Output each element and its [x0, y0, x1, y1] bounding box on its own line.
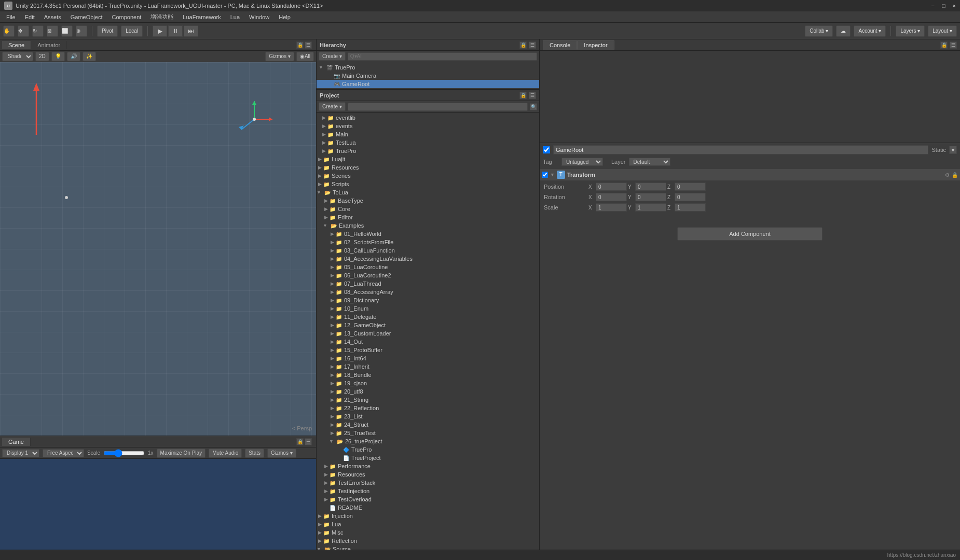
project-item-18bundle[interactable]: ▶ 📁 18_Bundle: [317, 371, 539, 379]
project-item-10enum[interactable]: ▶ 📁 10_Enum: [317, 304, 539, 313]
hand-tool[interactable]: ✋: [3, 25, 15, 37]
tab-console[interactable]: Console: [543, 40, 577, 50]
collab-button[interactable]: Collab ▾: [805, 25, 833, 37]
project-item-eventlib[interactable]: ▶ 📁 eventlib: [317, 114, 539, 122]
project-item-resources[interactable]: ▶ 📁 Resources: [317, 163, 539, 172]
project-item-23list[interactable]: ▶ 📁 23_List: [317, 412, 539, 421]
tab-game[interactable]: Game: [2, 438, 31, 446]
minimize-button[interactable]: −: [931, 3, 934, 9]
scale-y-input[interactable]: [635, 203, 666, 212]
scene-viewport[interactable]: < Persp: [0, 62, 316, 436]
transform-tool[interactable]: ⊕: [76, 25, 87, 37]
project-item-16int64[interactable]: ▶ 📁 16_Int64: [317, 354, 539, 362]
transform-enable-checkbox[interactable]: [542, 172, 548, 178]
project-item-19cjson[interactable]: ▶ 📁 19_cjson: [317, 379, 539, 387]
project-item-resources2[interactable]: ▶ 📁 Resources: [317, 470, 539, 479]
transform-lock-icon[interactable]: 🔒: [952, 172, 958, 178]
project-item-24struct[interactable]: ▶ 📁 24_Struct: [317, 421, 539, 429]
project-item-07luathread[interactable]: ▶ 📁 07_LuaThread: [317, 279, 539, 288]
hierarchy-item-gameroot[interactable]: 🎮 GameRoot: [317, 80, 539, 88]
tab-scene[interactable]: Scene: [2, 41, 31, 49]
project-item-injection[interactable]: ▶ 📁 Injection: [317, 512, 539, 520]
scene-lights-btn[interactable]: 💡: [51, 52, 65, 61]
project-item-14out[interactable]: ▶ 📁 14_Out: [317, 338, 539, 346]
project-menu-icon[interactable]: ☰: [529, 92, 536, 99]
project-item-testlua[interactable]: ▶ 📁 TestLua: [317, 138, 539, 147]
rotation-z-input[interactable]: [675, 193, 706, 201]
pause-button[interactable]: ⏸: [168, 25, 183, 37]
tag-select[interactable]: Untagged: [561, 158, 603, 166]
game-viewport[interactable]: [0, 459, 316, 560]
stats-btn[interactable]: Stats: [245, 449, 264, 458]
transform-settings-icon[interactable]: ⚙: [945, 172, 950, 178]
position-x-input[interactable]: [596, 183, 627, 191]
position-z-input[interactable]: [675, 183, 706, 191]
hierarchy-item-maincamera[interactable]: 📷 Main Camera: [317, 72, 539, 80]
project-create-btn[interactable]: Create ▾: [319, 102, 346, 111]
game-menu-icon[interactable]: ☰: [305, 438, 312, 445]
position-y-input[interactable]: [635, 183, 666, 191]
project-item-performance[interactable]: ▶ 📁 Performance: [317, 462, 539, 470]
tab-inspector[interactable]: Inspector: [577, 40, 614, 50]
game-gizmos-btn[interactable]: Gizmos ▾: [267, 449, 296, 458]
scene-audio-btn[interactable]: 🔊: [67, 52, 80, 61]
project-item-core[interactable]: ▶ 📁 Core: [317, 205, 539, 213]
project-item-luajit[interactable]: ▶ 📁 Luajit: [317, 155, 539, 163]
project-item-basetype[interactable]: ▶ 📁 BaseType: [317, 197, 539, 205]
layer-select[interactable]: Default: [629, 158, 670, 166]
rotation-y-input[interactable]: [635, 193, 666, 201]
project-item-scenes[interactable]: ▶ 📁 Scenes: [317, 172, 539, 180]
hierarchy-search[interactable]: [348, 52, 537, 61]
project-item-20utf8[interactable]: ▶ 📁 20_utf8: [317, 387, 539, 396]
layers-button[interactable]: Layers ▾: [896, 25, 925, 37]
transform-header[interactable]: ▼ T Transform ⚙ 🔒: [540, 169, 960, 180]
go-name-input[interactable]: [553, 145, 928, 155]
layout-button[interactable]: Layout ▾: [928, 25, 957, 37]
project-item-12gameobject[interactable]: ▶ 📁 12_GameObject: [317, 321, 539, 329]
menu-lua[interactable]: Lua: [226, 13, 244, 21]
project-item-04accessing[interactable]: ▶ 📁 04_AccessingLuaVariables: [317, 255, 539, 263]
project-item-22reflection[interactable]: ▶ 📁 22_Reflection: [317, 404, 539, 412]
close-button[interactable]: ×: [953, 3, 956, 9]
account-button[interactable]: Account ▾: [854, 25, 886, 37]
project-item-examples[interactable]: ▼ 📂 Examples: [317, 221, 539, 230]
hierarchy-item-truepro[interactable]: ▼ 🎬 TruePro: [317, 63, 539, 72]
project-item-scripts[interactable]: ▶ 📁 Scripts: [317, 180, 539, 188]
project-item-reflection[interactable]: ▶ 📁 Reflection: [317, 537, 539, 545]
menu-edit[interactable]: Edit: [21, 13, 39, 21]
project-lock-icon[interactable]: 🔒: [519, 92, 527, 99]
project-item-01helloworld[interactable]: ▶ 📁 01_HelloWorld: [317, 230, 539, 238]
scene-vfx-btn[interactable]: ✨: [83, 52, 96, 61]
tab-animator[interactable]: Animator: [31, 41, 67, 49]
menu-file[interactable]: File: [2, 13, 20, 21]
2d-toggle[interactable]: 2D: [35, 52, 49, 61]
shading-mode-select[interactable]: Shaded: [2, 52, 33, 61]
scale-x-input[interactable]: [596, 203, 627, 212]
go-active-checkbox[interactable]: [543, 146, 550, 153]
project-item-main[interactable]: ▶ 📁 Main: [317, 130, 539, 138]
game-lock-icon[interactable]: 🔒: [296, 438, 304, 445]
project-item-13customloader[interactable]: ▶ 📁 13_CustomLoader: [317, 329, 539, 338]
pivot-button[interactable]: Pivot: [97, 25, 118, 37]
maximize-button[interactable]: □: [942, 3, 945, 9]
rect-tool[interactable]: ⬜: [61, 25, 73, 37]
scene-menu-icon[interactable]: ☰: [305, 41, 312, 49]
project-item-15proto[interactable]: ▶ 📁 15_ProtoBuffer: [317, 346, 539, 354]
maximize-on-play-btn[interactable]: Maximize On Play: [157, 449, 206, 458]
project-item-21string[interactable]: ▶ 📁 21_String: [317, 396, 539, 404]
scale-tool[interactable]: ⊠: [47, 25, 58, 37]
all-btn[interactable]: ◉All: [296, 52, 314, 61]
project-item-testinjection[interactable]: ▶ 📁 TestInjection: [317, 487, 539, 495]
menu-component[interactable]: Component: [107, 13, 145, 21]
project-item-08array[interactable]: ▶ 📁 08_AccessingArray: [317, 288, 539, 296]
menu-enhance[interactable]: 增强功能: [146, 12, 177, 22]
project-item-02scripts[interactable]: ▶ 📁 02_ScriptsFromFile: [317, 238, 539, 246]
rotation-x-input[interactable]: [596, 193, 627, 201]
hierarchy-lock-icon[interactable]: 🔒: [519, 41, 527, 49]
project-item-09dict[interactable]: ▶ 📁 09_Dictionary: [317, 296, 539, 304]
rotate-tool[interactable]: ↻: [32, 25, 44, 37]
right-menu-icon[interactable]: ☰: [950, 41, 957, 49]
scene-lock-icon[interactable]: 🔒: [296, 41, 304, 49]
menu-luaframework[interactable]: LuaFramework: [179, 13, 225, 21]
mute-audio-btn[interactable]: Mute Audio: [209, 449, 242, 458]
